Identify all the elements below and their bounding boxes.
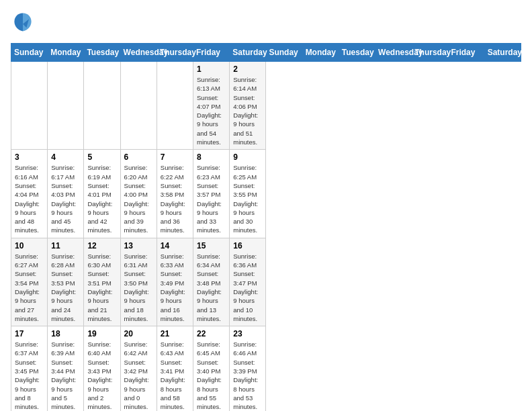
day-info: Sunrise: 6:46 AMSunset: 3:39 PMDaylight:…	[233, 340, 262, 411]
day-info: Sunrise: 6:23 AMSunset: 3:57 PMDaylight:…	[197, 163, 226, 234]
calendar-cell: 6Sunrise: 6:20 AMSunset: 4:00 PMDaylight…	[120, 150, 157, 238]
header-monday: Monday	[302, 44, 339, 62]
header-monday: Monday	[48, 44, 84, 62]
day-number: 18	[51, 329, 80, 338]
header-tuesday: Tuesday	[339, 44, 375, 62]
header-saturday: Saturday	[230, 44, 266, 62]
day-number: 20	[124, 329, 153, 338]
calendar-week-4: 17Sunrise: 6:37 AMSunset: 3:45 PMDayligh…	[11, 326, 521, 411]
day-info: Sunrise: 6:13 AMSunset: 4:07 PMDaylight:…	[197, 75, 226, 146]
day-number: 12	[87, 241, 116, 250]
calendar-cell: 15Sunrise: 6:34 AMSunset: 3:48 PMDayligh…	[193, 238, 230, 326]
calendar-cell: 19Sunrise: 6:40 AMSunset: 3:43 PMDayligh…	[84, 326, 120, 411]
header-wednesday: Wednesday	[120, 44, 157, 62]
calendar-cell: 2Sunrise: 6:14 AMSunset: 4:06 PMDaylight…	[230, 62, 266, 150]
calendar-cell: 14Sunrise: 6:33 AMSunset: 3:49 PMDayligh…	[157, 238, 193, 326]
day-number: 22	[197, 329, 226, 338]
header-friday: Friday	[448, 44, 484, 62]
calendar-cell: 20Sunrise: 6:42 AMSunset: 3:42 PMDayligh…	[120, 326, 157, 411]
header-sunday: Sunday	[11, 44, 48, 62]
day-number: 16	[233, 241, 262, 250]
calendar-week-1: 1Sunrise: 6:13 AMSunset: 4:07 PMDaylight…	[11, 62, 521, 150]
day-number: 6	[124, 152, 153, 162]
day-number: 3	[15, 152, 44, 162]
day-number: 8	[197, 152, 226, 162]
calendar-cell: 21Sunrise: 6:43 AMSunset: 3:41 PMDayligh…	[157, 326, 193, 411]
day-number: 2	[233, 64, 262, 74]
day-number: 23	[233, 329, 262, 338]
day-number: 15	[197, 241, 226, 250]
header-thursday: Thursday	[412, 44, 448, 62]
header-saturday: Saturday	[484, 44, 521, 62]
day-info: Sunrise: 6:33 AMSunset: 3:49 PMDaylight:…	[161, 252, 189, 323]
calendar-cell: 10Sunrise: 6:27 AMSunset: 3:54 PMDayligh…	[11, 238, 48, 326]
calendar-cell: 12Sunrise: 6:30 AMSunset: 3:51 PMDayligh…	[84, 238, 120, 326]
day-number: 14	[161, 241, 189, 250]
day-info: Sunrise: 6:14 AMSunset: 4:06 PMDaylight:…	[233, 75, 262, 146]
calendar-cell: 23Sunrise: 6:46 AMSunset: 3:39 PMDayligh…	[230, 326, 266, 411]
calendar-cell	[48, 62, 84, 150]
day-number: 11	[51, 241, 80, 250]
day-info: Sunrise: 6:42 AMSunset: 3:42 PMDaylight:…	[124, 340, 153, 411]
day-number: 5	[87, 152, 116, 162]
calendar-cell: 9Sunrise: 6:25 AMSunset: 3:55 PMDaylight…	[230, 150, 266, 238]
calendar-cell: 22Sunrise: 6:45 AMSunset: 3:40 PMDayligh…	[193, 326, 230, 411]
calendar-cell	[84, 62, 120, 150]
day-info: Sunrise: 6:27 AMSunset: 3:54 PMDaylight:…	[15, 252, 44, 323]
day-number: 10	[15, 241, 44, 250]
day-info: Sunrise: 6:40 AMSunset: 3:43 PMDaylight:…	[87, 340, 116, 411]
calendar-cell: 8Sunrise: 6:23 AMSunset: 3:57 PMDaylight…	[193, 150, 230, 238]
calendar-cell: 1Sunrise: 6:13 AMSunset: 4:07 PMDaylight…	[193, 62, 230, 150]
day-info: Sunrise: 6:16 AMSunset: 4:04 PMDaylight:…	[15, 163, 44, 234]
day-info: Sunrise: 6:20 AMSunset: 4:00 PMDaylight:…	[124, 163, 153, 234]
calendar-cell	[11, 62, 48, 150]
header-wednesday: Wednesday	[375, 44, 412, 62]
day-number: 21	[161, 329, 189, 338]
day-info: Sunrise: 6:39 AMSunset: 3:44 PMDaylight:…	[51, 340, 80, 411]
calendar-cell: 18Sunrise: 6:39 AMSunset: 3:44 PMDayligh…	[48, 326, 84, 411]
header-tuesday: Tuesday	[84, 44, 120, 62]
logo-icon	[11, 11, 35, 35]
day-number: 19	[87, 329, 116, 338]
calendar-week-3: 10Sunrise: 6:27 AMSunset: 3:54 PMDayligh…	[11, 238, 521, 326]
calendar-cell: 3Sunrise: 6:16 AMSunset: 4:04 PMDaylight…	[11, 150, 48, 238]
page-header	[11, 11, 521, 35]
day-info: Sunrise: 6:22 AMSunset: 3:58 PMDaylight:…	[161, 163, 189, 234]
header-thursday: Thursday	[157, 44, 193, 62]
day-number: 7	[161, 152, 189, 162]
day-info: Sunrise: 6:28 AMSunset: 3:53 PMDaylight:…	[51, 252, 80, 323]
day-number: 1	[197, 64, 226, 74]
day-number: 13	[124, 241, 153, 250]
calendar-table: SundayMondayTuesdayWednesdayThursdayFrid…	[11, 43, 521, 411]
day-info: Sunrise: 6:43 AMSunset: 3:41 PMDaylight:…	[161, 340, 189, 411]
logo	[11, 11, 39, 35]
day-info: Sunrise: 6:30 AMSunset: 3:51 PMDaylight:…	[87, 252, 116, 323]
day-info: Sunrise: 6:17 AMSunset: 4:03 PMDaylight:…	[51, 163, 80, 234]
day-number: 17	[15, 329, 44, 338]
calendar-cell: 5Sunrise: 6:19 AMSunset: 4:01 PMDaylight…	[84, 150, 120, 238]
calendar-header-row: SundayMondayTuesdayWednesdayThursdayFrid…	[11, 44, 521, 62]
header-friday: Friday	[193, 44, 230, 62]
day-info: Sunrise: 6:34 AMSunset: 3:48 PMDaylight:…	[197, 252, 226, 323]
calendar-cell: 17Sunrise: 6:37 AMSunset: 3:45 PMDayligh…	[11, 326, 48, 411]
calendar-cell: 4Sunrise: 6:17 AMSunset: 4:03 PMDaylight…	[48, 150, 84, 238]
calendar-cell: 11Sunrise: 6:28 AMSunset: 3:53 PMDayligh…	[48, 238, 84, 326]
day-info: Sunrise: 6:45 AMSunset: 3:40 PMDaylight:…	[197, 340, 226, 411]
calendar-cell: 7Sunrise: 6:22 AMSunset: 3:58 PMDaylight…	[157, 150, 193, 238]
calendar-week-2: 3Sunrise: 6:16 AMSunset: 4:04 PMDaylight…	[11, 150, 521, 238]
day-info: Sunrise: 6:31 AMSunset: 3:50 PMDaylight:…	[124, 252, 153, 323]
calendar-cell: 13Sunrise: 6:31 AMSunset: 3:50 PMDayligh…	[120, 238, 157, 326]
day-info: Sunrise: 6:25 AMSunset: 3:55 PMDaylight:…	[233, 163, 262, 234]
calendar-cell	[120, 62, 157, 150]
header-sunday: Sunday	[266, 44, 302, 62]
day-info: Sunrise: 6:19 AMSunset: 4:01 PMDaylight:…	[87, 163, 116, 234]
calendar-cell: 16Sunrise: 6:36 AMSunset: 3:47 PMDayligh…	[230, 238, 266, 326]
day-info: Sunrise: 6:37 AMSunset: 3:45 PMDaylight:…	[15, 340, 44, 411]
calendar-cell	[157, 62, 193, 150]
day-info: Sunrise: 6:36 AMSunset: 3:47 PMDaylight:…	[233, 252, 262, 323]
day-number: 9	[233, 152, 262, 162]
day-number: 4	[51, 152, 80, 162]
